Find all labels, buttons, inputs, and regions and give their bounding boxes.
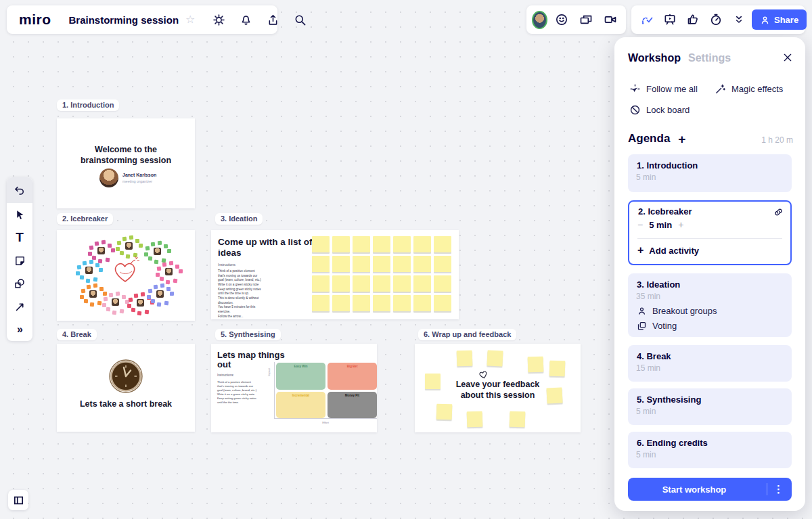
mini-sticky-note[interactable] <box>95 263 99 267</box>
miro-logo[interactable]: miro <box>15 12 55 28</box>
sticky-note[interactable] <box>353 295 370 311</box>
mini-sticky-note[interactable] <box>108 244 112 248</box>
mini-sticky-note[interactable] <box>129 298 133 302</box>
mini-sticky-note[interactable] <box>162 263 167 267</box>
select-cursor-icon[interactable] <box>7 203 32 226</box>
mini-sticky-note[interactable] <box>167 249 171 253</box>
sticky-note[interactable] <box>393 295 411 311</box>
mini-sticky-note[interactable] <box>158 241 162 245</box>
favorite-star-icon[interactable]: ☆ <box>185 14 195 25</box>
frame-introduction[interactable]: Welcome to the brainstorming session Jan… <box>57 118 195 208</box>
agenda-item-ending-credits[interactable]: 6. Ending credits 5 min <box>628 432 792 468</box>
mini-sticky-note[interactable] <box>154 260 159 265</box>
mini-sticky-note[interactable] <box>179 269 183 273</box>
sticky-note[interactable] <box>413 236 431 252</box>
mini-sticky-note[interactable] <box>175 265 179 269</box>
kebab-menu-icon[interactable]: ⋮ <box>773 478 784 501</box>
mini-sticky-note[interactable] <box>117 241 122 246</box>
mini-sticky-note[interactable] <box>122 237 127 242</box>
mini-sticky-note[interactable] <box>156 273 160 277</box>
frame-label-introduction[interactable]: 1. Introduction <box>57 99 119 111</box>
notifications-bell-icon[interactable] <box>235 9 256 30</box>
mini-sticky-note[interactable] <box>103 292 107 296</box>
mini-sticky-note[interactable] <box>80 295 84 299</box>
mini-sticky-note[interactable] <box>99 287 104 291</box>
frame-label-ideation[interactable]: 3. Ideation <box>215 213 263 225</box>
mini-sticky-note[interactable] <box>164 244 168 248</box>
mini-sticky-note[interactable] <box>90 302 95 307</box>
mini-sticky-note[interactable] <box>76 271 80 275</box>
sticky-note[interactable] <box>510 411 526 428</box>
mini-sticky-note[interactable] <box>157 302 162 307</box>
mini-sticky-note[interactable] <box>120 251 124 255</box>
add-activity-button[interactable]: + Add activity <box>637 244 699 256</box>
search-icon[interactable] <box>290 9 310 30</box>
matrix-quadrant[interactable]: Money Pit <box>328 392 377 419</box>
sticky-note[interactable] <box>312 256 330 272</box>
sticky-note[interactable] <box>393 236 411 252</box>
sticky-note[interactable] <box>434 275 451 292</box>
mini-sticky-note[interactable] <box>97 301 102 306</box>
mini-sticky-note[interactable] <box>88 252 92 256</box>
sticky-note[interactable] <box>312 236 330 252</box>
sticky-note[interactable] <box>353 275 370 292</box>
mini-sticky-note[interactable] <box>129 235 133 240</box>
workshop-mode-icon[interactable] <box>637 9 657 30</box>
sticky-note[interactable] <box>413 256 431 272</box>
sticky-note[interactable] <box>353 236 370 252</box>
sticky-note[interactable] <box>312 295 330 311</box>
sticky-note[interactable] <box>353 256 370 272</box>
board-title[interactable]: Brainstorming session <box>69 14 179 26</box>
mini-sticky-note[interactable] <box>148 289 153 294</box>
mini-sticky-note[interactable] <box>170 292 174 296</box>
timer-icon[interactable] <box>706 9 726 30</box>
mini-sticky-note[interactable] <box>145 246 150 251</box>
sticky-note[interactable] <box>373 256 390 272</box>
sticky-note[interactable] <box>332 256 350 272</box>
voting-thumbs-up-icon[interactable] <box>683 9 703 30</box>
agenda-item-ideation[interactable]: 3. Ideation 35 min Breakout groups Votin… <box>628 273 792 337</box>
mini-sticky-note[interactable] <box>111 248 115 252</box>
mini-sticky-note[interactable] <box>116 247 120 251</box>
settings-gear-icon[interactable] <box>208 9 229 30</box>
sticky-note[interactable] <box>332 275 350 292</box>
follow-me-all-button[interactable]: Follow me all <box>629 83 698 95</box>
sticky-note[interactable] <box>434 256 451 272</box>
mini-sticky-note[interactable] <box>131 308 135 312</box>
export-upload-icon[interactable] <box>263 9 283 30</box>
activity-breakout-groups[interactable]: Breakout groups <box>637 306 717 316</box>
frames-panel-button[interactable] <box>8 490 28 510</box>
text-tool-icon[interactable]: T <box>7 226 32 249</box>
link-icon[interactable] <box>773 207 784 217</box>
mini-sticky-note[interactable] <box>84 299 88 303</box>
agenda-item-icebreaker[interactable]: 2. Icebreaker − 5 min + + Add activity <box>628 200 792 265</box>
mini-sticky-note[interactable] <box>166 287 171 291</box>
mini-sticky-note[interactable] <box>141 292 145 296</box>
mini-sticky-note[interactable] <box>139 244 143 248</box>
screen-share-icon[interactable] <box>576 9 596 30</box>
matrix-quadrant[interactable]: Incremental <box>276 392 325 419</box>
mini-sticky-note[interactable] <box>145 310 150 315</box>
mini-sticky-note[interactable] <box>137 311 142 316</box>
magic-effects-button[interactable]: Magic effects <box>715 83 783 95</box>
more-tools-icon[interactable]: » <box>7 318 32 341</box>
mini-sticky-note[interactable] <box>93 277 98 282</box>
agenda-item-introduction[interactable]: 1. Introduction 5 min <box>628 154 792 192</box>
frame-label-wrapup[interactable]: 6. Wrap up and feedback <box>418 329 516 340</box>
mini-sticky-note[interactable] <box>87 285 91 290</box>
mini-sticky-note[interactable] <box>104 297 108 302</box>
add-agenda-item-button[interactable]: + <box>678 133 685 145</box>
presentation-icon[interactable] <box>660 9 680 30</box>
mini-sticky-note[interactable] <box>134 294 139 298</box>
mini-sticky-note[interactable] <box>102 303 106 307</box>
sticky-note[interactable] <box>549 361 566 377</box>
frame-label-icebreaker[interactable]: 2. Icebreaker <box>57 213 113 225</box>
mini-sticky-note[interactable] <box>166 280 171 285</box>
mini-sticky-note[interactable] <box>102 240 106 244</box>
agenda-item-break[interactable]: 4. Break 15 min <box>628 345 792 382</box>
mini-sticky-note[interactable] <box>120 309 125 314</box>
matrix-quadrant[interactable]: Easy Win <box>276 363 325 390</box>
mini-sticky-note[interactable] <box>109 293 114 298</box>
mini-sticky-note[interactable] <box>116 292 120 296</box>
mini-sticky-note[interactable] <box>112 311 117 315</box>
